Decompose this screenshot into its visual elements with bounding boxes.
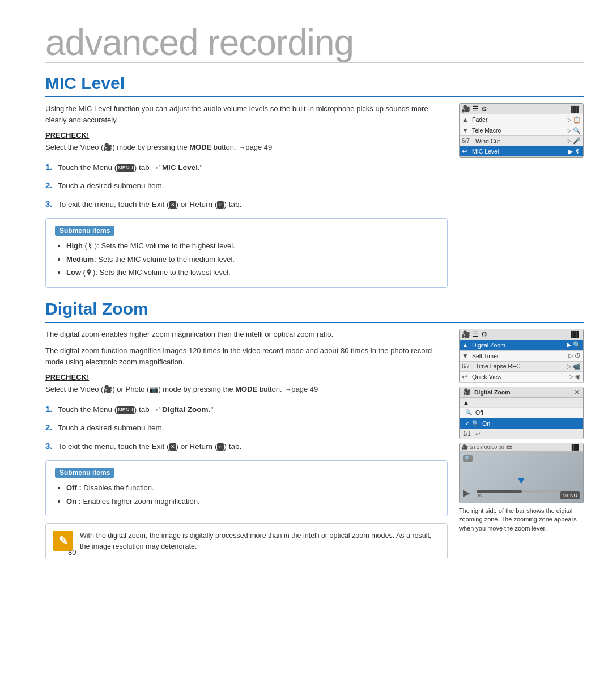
cam-miclevel-label: MIC Level [472, 148, 566, 155]
dz-cam-view-header: 🎥 STBY 00:00:00 📼 ▐█▌ [460, 443, 583, 452]
dz-popup-check-icon: ✓ [465, 420, 470, 426]
mic-submenu-box: Submenu items High (🎙): Sets the MIC vol… [45, 218, 448, 288]
dz-cam-timelapse-label: Time Lapse REC [475, 363, 564, 370]
cam-fader-label: Fader [472, 116, 564, 123]
dz-submenu-list: Off : Disables the function. On : Enable… [55, 482, 438, 507]
dz-view-video-icon: 🎥 [462, 444, 468, 450]
dz-cam-menu-ui: 🎥 ☰ ⚙ ▐█▌ ▲ Digital Zoom ▶ 🔍 ▼ Self [459, 329, 584, 383]
dz-cam-row-selftimer: ▼ Self Timer ▷ ⏱ [460, 351, 583, 362]
dz-cam-view-caption: The right side of the bar shows the digi… [459, 507, 584, 533]
dz-step-3: 3. To exit the menu, touch the Exit (✕) … [45, 440, 448, 453]
cam-ui-row-down: ▼ Tele Macro ▷ 🔍 [460, 125, 583, 136]
cam-ui-row-windcut: 6/7 Wind Cut ▷ 🎤 [460, 136, 583, 146]
dz-step-2: 2. Touch a desired submenu item. [45, 421, 448, 434]
dz-cam-battery-icon: ▐█▌ [569, 331, 581, 337]
mic-submenu-label: Submenu items [55, 226, 114, 236]
cam-up-arrow: ▲ [462, 116, 470, 124]
dz-view-battery: ▐█▌ [570, 444, 581, 450]
dz-popup-off-label: Off [475, 409, 483, 416]
dz-submenu-box: Submenu items Off : Disables the functio… [45, 460, 448, 516]
dz-cam-quickview-icon: ▷ ◉ [569, 373, 581, 380]
mic-steps-list: 1. Touch the Menu (MENU) tab →"MIC Level… [45, 161, 448, 211]
dz-cam-back-arrow: ↩ [462, 373, 470, 381]
mic-submenu-item-2: Medium: Sets the MIC volume to the mediu… [66, 254, 438, 265]
cam-windcut-icon: ▷ 🎤 [567, 137, 581, 145]
video-mode-icon: 🎥 [462, 105, 470, 113]
mic-submenu-item-3: Low (🎙): Sets the MIC volume to the lowe… [66, 267, 438, 278]
dz-cam-gear-icon: ⚙ [481, 330, 487, 338]
dz-cam-row-timelapse: 6/7 Time Lapse REC ▷ 📹 [460, 362, 583, 372]
dz-popup-video-icon: 🎥 [463, 388, 471, 396]
dz-popup-page: 1/1 [463, 431, 471, 437]
dz-desc1: The digital zoom enables higher zoom mag… [45, 329, 448, 340]
digital-zoom-title: Digital Zoom [45, 299, 584, 319]
dz-cam-page: 6/7 [462, 363, 473, 370]
dz-popup-back: ↩ [475, 431, 480, 437]
mic-submenu-list: High (🎙): Sets the MIC volume to the hig… [55, 240, 438, 278]
mic-cam-ui: 🎥 ☰ ⚙ ▐█▌ ▲ Fader ▷ 📋 ▼ Tele Macro [459, 103, 584, 158]
mic-level-desc: Using the MIC Level function you can adj… [45, 103, 448, 125]
dz-cam-digitalzoom-label: Digital Zoom [472, 342, 564, 349]
dz-view-zoom-icon: 🔍 [463, 455, 473, 462]
mic-level-section: MIC Level Using the MIC Level function y… [45, 74, 584, 288]
dz-cam-quickview-label: Quick View [472, 374, 567, 380]
dz-view-menu-btn: MENU [560, 491, 580, 499]
dz-cam-selftimer-icon: ▷ ⏱ [568, 352, 581, 359]
dz-cam-view-body: 🔍 ▶ W T ▼ MENU [460, 452, 583, 503]
mic-precheck-label: PRECHECK! [45, 131, 448, 139]
digital-zoom-divider [45, 322, 584, 323]
cam-battery-icon: ▐█▌ [569, 106, 581, 112]
page-title: advanced recording [45, 23, 584, 63]
dz-cam-selftimer-label: Self Timer [472, 353, 566, 359]
dz-view-zoom-arrow: ▼ [516, 475, 526, 487]
cam-back-arrow: ↩ [462, 147, 470, 155]
dz-view-status: STBY 00:00:00 [470, 444, 504, 450]
mic-step-1: 1. Touch the Menu (MENU) tab →"MIC Level… [45, 161, 448, 174]
dz-popup-on-row: ✓ 🔍 On [460, 418, 583, 429]
dz-view-playback-icon: ▶ [463, 487, 470, 498]
cam-fader-icon: ▷ 📋 [567, 116, 581, 124]
dz-camera-ui-col: 🎥 ☰ ⚙ ▐█▌ ▲ Digital Zoom ▶ 🔍 ▼ Self [459, 329, 584, 533]
digital-zoom-section: Digital Zoom The digital zoom enables hi… [45, 299, 584, 559]
dz-cam-timelapse-icon: ▷ 📹 [567, 363, 581, 370]
dz-steps-list: 1. Touch the Menu (MENU) tab →"Digital Z… [45, 403, 448, 453]
cam-telemacro-label: Tele Macro [472, 127, 564, 134]
cam-miclevel-icon: ▶ 🎙 [568, 148, 581, 155]
dz-submenu-on: On : Enables higher zoom magnification. [66, 496, 438, 507]
mic-precheck-text: Select the Video (🎥) mode by pressing th… [45, 142, 448, 153]
dz-cam-header: 🎥 ☰ ⚙ ▐█▌ [460, 329, 583, 340]
dz-submenu-off: Off : Disables the function. [66, 482, 438, 494]
dz-popup-up: ▲ [460, 398, 583, 408]
dz-cam-grid-icon: ☰ [473, 330, 479, 338]
dz-cam-down-arrow: ▼ [462, 352, 470, 360]
cam-gear-icon: ⚙ [481, 105, 487, 113]
cam-ui-row-miclevel: ↩ MIC Level ▶ 🎙 [460, 146, 583, 157]
dz-popup-on-label: On [482, 420, 490, 427]
dz-cam-row-digitalzoom: ▲ Digital Zoom ▶ 🔍 [460, 340, 583, 351]
dz-popup-title: Digital Zoom [474, 389, 571, 396]
cam-windcut-label: Wind Cut [475, 138, 564, 145]
dz-cam-row-quickview: ↩ Quick View ▷ ◉ [460, 372, 583, 383]
mic-submenu-item-1: High (🎙): Sets the MIC volume to the hig… [66, 240, 438, 252]
page-number: 80 [68, 548, 606, 557]
mic-level-title: MIC Level [45, 74, 584, 93]
dz-cam-view: 🎥 STBY 00:00:00 📼 ▐█▌ 🔍 ▶ [459, 443, 584, 503]
dz-step-1: 1. Touch the Menu (MENU) tab →"Digital Z… [45, 403, 448, 416]
dz-precheck-text: Select the Video (🎥) or Photo (📷) mode b… [45, 384, 448, 395]
dz-cam-up-arrow: ▲ [462, 341, 470, 349]
cam-telemacro-icon: ▷ 🔍 [567, 127, 581, 134]
dz-cam-video-icon: 🎥 [462, 330, 470, 338]
dz-submenu-label: Submenu items [55, 468, 114, 478]
dz-popup-off-icon: 🔍 [465, 409, 473, 415]
dz-desc2: The digital zoom function magnifies imag… [45, 345, 448, 367]
dz-cam-digitalzoom-icon: ▶ 🔍 [567, 341, 581, 349]
dz-view-w-label: W [478, 493, 483, 498]
cam-ui-row-up: ▲ Fader ▷ 📋 [460, 114, 583, 125]
dz-view-zoom-fill [477, 490, 522, 493]
mic-camera-ui: 🎥 ☰ ⚙ ▐█▌ ▲ Fader ▷ 📋 ▼ Tele Macro [459, 103, 584, 162]
dz-popup-on-icon: 🔍 [472, 420, 480, 426]
dz-popup-footer: 1/1 ↩ [460, 429, 583, 439]
dz-popup-off-row: 🔍 Off [460, 408, 583, 418]
dz-popup-header: 🎥 Digital Zoom ✕ [460, 387, 583, 398]
mic-step-3: 3. To exit the menu, touch the Exit (✕) … [45, 198, 448, 211]
